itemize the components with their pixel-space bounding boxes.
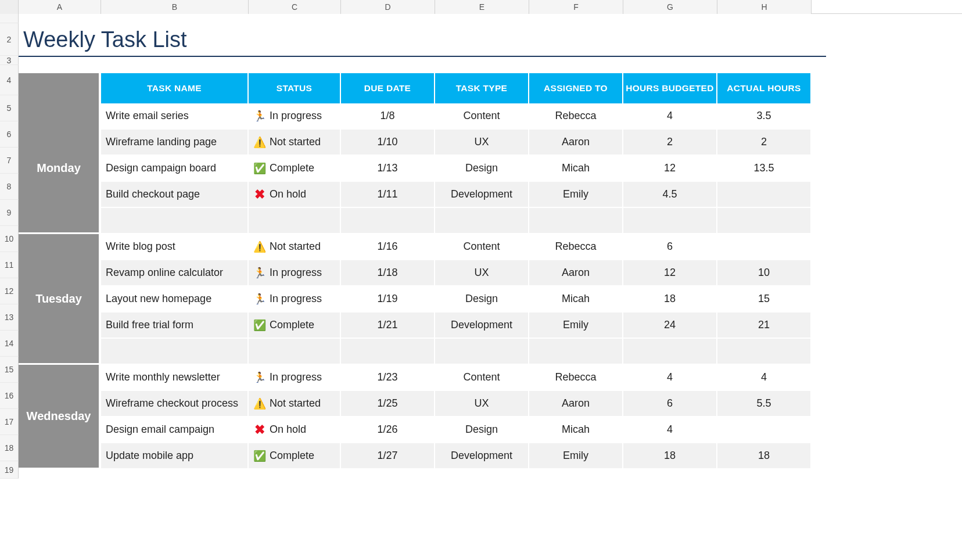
header-hours-budgeted[interactable]: HOURS BUDGETED: [623, 73, 717, 103]
empty-cell[interactable]: [529, 339, 623, 365]
row-header-7[interactable]: 7: [0, 148, 19, 174]
header-day[interactable]: [19, 73, 101, 103]
task-type-cell[interactable]: Design: [435, 417, 529, 443]
task-name-cell[interactable]: Build free trial form: [101, 313, 249, 339]
task-name-cell[interactable]: Design email campaign: [101, 417, 249, 443]
assigned-to-cell[interactable]: Micah: [529, 156, 623, 182]
task-type-cell[interactable]: Content: [435, 103, 529, 130]
task-name-cell[interactable]: Layout new homepage: [101, 286, 249, 313]
empty-cell[interactable]: [101, 339, 249, 365]
status-cell[interactable]: 🏃In progress: [249, 286, 341, 313]
due-date-cell[interactable]: 1/21: [341, 313, 435, 339]
row-header-13[interactable]: 13: [0, 304, 19, 331]
task-name-cell[interactable]: Build checkout page: [101, 182, 249, 208]
row-header-1[interactable]: [0, 14, 19, 23]
col-header-H[interactable]: H: [717, 0, 812, 14]
due-date-cell[interactable]: 1/16: [341, 234, 435, 260]
task-name-cell[interactable]: Write monthly newsletter: [101, 365, 249, 391]
status-cell[interactable]: ✅Complete: [249, 156, 341, 182]
col-header-D[interactable]: D: [341, 0, 435, 14]
row-header-16[interactable]: 16: [0, 383, 19, 409]
header-task-type[interactable]: TASK TYPE: [435, 73, 529, 103]
hours-budgeted-cell[interactable]: 4: [623, 103, 717, 130]
task-type-cell[interactable]: Content: [435, 365, 529, 391]
assigned-to-cell[interactable]: Aaron: [529, 260, 623, 286]
row-header-17[interactable]: 17: [0, 409, 19, 435]
hours-budgeted-cell[interactable]: 4: [623, 365, 717, 391]
assigned-to-cell[interactable]: Rebecca: [529, 234, 623, 260]
row-header-9[interactable]: 9: [0, 200, 19, 226]
hours-budgeted-cell[interactable]: 12: [623, 260, 717, 286]
day-label[interactable]: Monday: [19, 103, 101, 234]
task-name-cell[interactable]: Wireframe checkout process: [101, 391, 249, 417]
row-header-4[interactable]: 4: [0, 65, 19, 95]
hours-budgeted-cell[interactable]: 6: [623, 234, 717, 260]
assigned-to-cell[interactable]: Aaron: [529, 391, 623, 417]
hours-budgeted-cell[interactable]: 12: [623, 156, 717, 182]
assigned-to-cell[interactable]: Micah: [529, 417, 623, 443]
task-type-cell[interactable]: Design: [435, 286, 529, 313]
due-date-cell[interactable]: 1/10: [341, 130, 435, 156]
empty-cell[interactable]: [623, 339, 717, 365]
day-label[interactable]: Wednesday: [19, 365, 101, 469]
task-name-cell[interactable]: Revamp online calculator: [101, 260, 249, 286]
task-type-cell[interactable]: Development: [435, 443, 529, 469]
task-name-cell[interactable]: Design campaign board: [101, 156, 249, 182]
actual-hours-cell[interactable]: [717, 417, 812, 443]
task-type-cell[interactable]: UX: [435, 130, 529, 156]
assigned-to-cell[interactable]: Micah: [529, 286, 623, 313]
row-header-2[interactable]: 2: [0, 23, 19, 56]
due-date-cell[interactable]: 1/8: [341, 103, 435, 130]
task-name-cell[interactable]: Wireframe landing page: [101, 130, 249, 156]
actual-hours-cell[interactable]: 15: [717, 286, 812, 313]
task-type-cell[interactable]: Development: [435, 313, 529, 339]
status-cell[interactable]: ✖On hold: [249, 182, 341, 208]
status-cell[interactable]: ⚠️Not started: [249, 234, 341, 260]
task-type-cell[interactable]: UX: [435, 260, 529, 286]
header-actual-hours[interactable]: ACTUAL HOURS: [717, 73, 812, 103]
hours-budgeted-cell[interactable]: 2: [623, 130, 717, 156]
assigned-to-cell[interactable]: Rebecca: [529, 365, 623, 391]
assigned-to-cell[interactable]: Emily: [529, 182, 623, 208]
empty-cell[interactable]: [717, 339, 812, 365]
due-date-cell[interactable]: 1/18: [341, 260, 435, 286]
hours-budgeted-cell[interactable]: 18: [623, 286, 717, 313]
status-cell[interactable]: ⚠️Not started: [249, 391, 341, 417]
row-header-6[interactable]: 6: [0, 121, 19, 148]
status-cell[interactable]: 🏃In progress: [249, 365, 341, 391]
row-header-11[interactable]: 11: [0, 252, 19, 278]
empty-cell[interactable]: [717, 208, 812, 234]
due-date-cell[interactable]: 1/19: [341, 286, 435, 313]
assigned-to-cell[interactable]: Aaron: [529, 130, 623, 156]
empty-cell[interactable]: [435, 339, 529, 365]
actual-hours-cell[interactable]: 3.5: [717, 103, 812, 130]
status-cell[interactable]: ⚠️Not started: [249, 130, 341, 156]
empty-cell[interactable]: [435, 208, 529, 234]
day-label[interactable]: Tuesday: [19, 234, 101, 365]
task-name-cell[interactable]: Write email series: [101, 103, 249, 130]
status-cell[interactable]: 🏃In progress: [249, 103, 341, 130]
col-header-G[interactable]: G: [623, 0, 717, 14]
header-task-name[interactable]: TASK NAME: [101, 73, 249, 103]
assigned-to-cell[interactable]: Emily: [529, 313, 623, 339]
row-header-10[interactable]: 10: [0, 226, 19, 252]
row-header-3[interactable]: 3: [0, 56, 19, 65]
row-header-19[interactable]: 19: [0, 461, 19, 479]
col-header-E[interactable]: E: [435, 0, 529, 14]
task-name-cell[interactable]: Write blog post: [101, 234, 249, 260]
status-cell[interactable]: 🏃In progress: [249, 260, 341, 286]
task-name-cell[interactable]: Update mobile app: [101, 443, 249, 469]
status-cell[interactable]: ✅Complete: [249, 313, 341, 339]
row-header-5[interactable]: 5: [0, 95, 19, 121]
task-type-cell[interactable]: Content: [435, 234, 529, 260]
header-assigned-to[interactable]: ASSIGNED TO: [529, 73, 623, 103]
task-type-cell[interactable]: Development: [435, 182, 529, 208]
row-header-15[interactable]: 15: [0, 357, 19, 383]
task-type-cell[interactable]: Design: [435, 156, 529, 182]
col-header-A[interactable]: A: [19, 0, 101, 14]
actual-hours-cell[interactable]: 21: [717, 313, 812, 339]
due-date-cell[interactable]: 1/27: [341, 443, 435, 469]
empty-cell[interactable]: [529, 208, 623, 234]
empty-cell[interactable]: [249, 208, 341, 234]
col-header-C[interactable]: C: [249, 0, 341, 14]
